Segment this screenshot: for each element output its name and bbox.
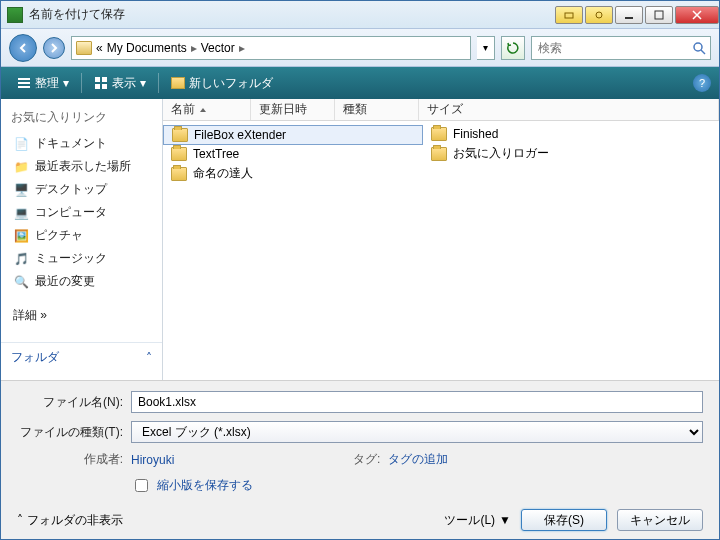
search-input[interactable] bbox=[536, 40, 692, 56]
sidebar-item-documents[interactable]: 📄ドキュメント bbox=[1, 132, 162, 155]
author-value[interactable]: Hiroyuki bbox=[131, 453, 174, 467]
recent-icon: 📁 bbox=[13, 159, 29, 175]
filename-row: ファイル名(N): bbox=[17, 391, 703, 413]
help-button[interactable]: ? bbox=[693, 74, 711, 92]
svg-rect-0 bbox=[565, 13, 573, 18]
svg-rect-2 bbox=[625, 17, 633, 19]
sidebar-item-pictures[interactable]: 🖼️ピクチャ bbox=[1, 224, 162, 247]
excel-app-icon bbox=[7, 7, 23, 23]
pictures-icon: 🖼️ bbox=[13, 228, 29, 244]
thumbnail-label[interactable]: 縮小版を保存する bbox=[157, 477, 253, 494]
organize-button[interactable]: 整理 ▾ bbox=[9, 73, 77, 94]
folder-icon bbox=[431, 147, 447, 161]
chevron-down-icon: ▾ bbox=[63, 76, 69, 90]
chevron-right-icon: ▸ bbox=[239, 41, 245, 55]
sidebar-details[interactable]: 詳細 » bbox=[1, 303, 162, 328]
cancel-button[interactable]: キャンセル bbox=[617, 509, 703, 531]
folder-icon bbox=[76, 41, 92, 55]
dialog-body: お気に入りリンク 📄ドキュメント 📁最近表示した場所 🖥️デスクトップ 💻コンピ… bbox=[1, 99, 719, 380]
svg-rect-5 bbox=[18, 78, 30, 80]
svg-rect-11 bbox=[102, 84, 107, 89]
filetype-row: ファイルの種類(T): Excel ブック (*.xlsx) bbox=[17, 421, 703, 443]
svg-rect-10 bbox=[95, 84, 100, 89]
svg-rect-6 bbox=[18, 82, 30, 84]
author-label: 作成者: bbox=[63, 451, 123, 468]
toolbar: 整理 ▾ 表示 ▾ 新しいフォルダ ? bbox=[1, 67, 719, 99]
breadcrumb-dropdown[interactable]: ▾ bbox=[477, 36, 495, 60]
metadata-row: 作成者: Hiroyuki タグ: タグの追加 bbox=[17, 451, 703, 468]
file-item[interactable]: Finished bbox=[423, 125, 683, 143]
sidebar-item-desktop[interactable]: 🖥️デスクトップ bbox=[1, 178, 162, 201]
new-folder-button[interactable]: 新しいフォルダ bbox=[163, 73, 281, 94]
column-headers: 名前 更新日時 種類 サイズ bbox=[163, 99, 719, 121]
sidebar-item-music[interactable]: 🎵ミュージック bbox=[1, 247, 162, 270]
folder-icon bbox=[171, 147, 187, 161]
bottom-panel: ファイル名(N): ファイルの種類(T): Excel ブック (*.xlsx)… bbox=[1, 380, 719, 539]
file-item[interactable]: 命名の達人 bbox=[163, 163, 423, 184]
titlebar-ext-button-1[interactable] bbox=[555, 6, 583, 24]
chevron-up-icon: ˄ bbox=[146, 351, 152, 365]
button-row: ˄ フォルダの非表示 ツール(L) ▼ 保存(S) キャンセル bbox=[17, 503, 703, 531]
close-button[interactable] bbox=[675, 6, 719, 24]
minimize-button[interactable] bbox=[615, 6, 643, 24]
folder-icon bbox=[171, 167, 187, 181]
file-area: 名前 更新日時 種類 サイズ FileBox eXtender TextTree… bbox=[163, 99, 719, 380]
thumbnail-checkbox[interactable] bbox=[135, 479, 148, 492]
svg-point-4 bbox=[694, 43, 702, 51]
file-item[interactable]: TextTree bbox=[163, 145, 423, 163]
column-type[interactable]: 種類 bbox=[335, 99, 419, 120]
file-list: FileBox eXtender TextTree 命名の達人 Finished… bbox=[163, 121, 719, 380]
file-item[interactable]: FileBox eXtender bbox=[163, 125, 423, 145]
sidebar-item-recent[interactable]: 📁最近表示した場所 bbox=[1, 155, 162, 178]
chevron-up-icon: ˄ bbox=[17, 513, 23, 527]
window-title: 名前を付けて保存 bbox=[29, 6, 553, 23]
refresh-button[interactable] bbox=[501, 36, 525, 60]
view-button[interactable]: 表示 ▾ bbox=[86, 73, 154, 94]
titlebar: 名前を付けて保存 bbox=[1, 1, 719, 29]
sidebar-item-recent-changes[interactable]: 🔍最近の変更 bbox=[1, 270, 162, 293]
column-date[interactable]: 更新日時 bbox=[251, 99, 335, 120]
filetype-select[interactable]: Excel ブック (*.xlsx) bbox=[131, 421, 703, 443]
folder-icon bbox=[172, 128, 188, 142]
organize-icon bbox=[17, 76, 31, 90]
column-size[interactable]: サイズ bbox=[419, 99, 719, 120]
hide-folders-toggle[interactable]: ˄ フォルダの非表示 bbox=[17, 512, 123, 529]
save-button[interactable]: 保存(S) bbox=[521, 509, 607, 531]
titlebar-controls bbox=[553, 6, 719, 24]
file-item[interactable]: お気に入りロガー bbox=[423, 143, 683, 164]
breadcrumb[interactable]: « My Documents ▸ Vector ▸ bbox=[71, 36, 471, 60]
filename-input[interactable] bbox=[131, 391, 703, 413]
maximize-button[interactable] bbox=[645, 6, 673, 24]
column-name[interactable]: 名前 bbox=[163, 99, 251, 120]
tag-label: タグ: bbox=[350, 451, 380, 468]
desktop-icon: 🖥️ bbox=[13, 182, 29, 198]
tag-value[interactable]: タグの追加 bbox=[388, 451, 448, 468]
music-icon: 🎵 bbox=[13, 251, 29, 267]
sort-asc-icon bbox=[199, 106, 207, 114]
sidebar-item-computer[interactable]: 💻コンピュータ bbox=[1, 201, 162, 224]
svg-point-1 bbox=[596, 12, 602, 18]
breadcrumb-prefix: « bbox=[96, 41, 103, 55]
chevron-down-icon: ▼ bbox=[499, 513, 511, 527]
tools-dropdown[interactable]: ツール(L) ▼ bbox=[444, 512, 511, 529]
titlebar-ext-button-2[interactable] bbox=[585, 6, 613, 24]
folder-icon bbox=[171, 77, 185, 89]
sidebar-heading: お気に入りリンク bbox=[1, 107, 162, 132]
filetype-label: ファイルの種類(T): bbox=[17, 424, 123, 441]
save-as-dialog: 名前を付けて保存 « My Documents ▸ Vector ▸ ▾ bbox=[0, 0, 720, 540]
nav-row: « My Documents ▸ Vector ▸ ▾ bbox=[1, 29, 719, 67]
document-icon: 📄 bbox=[13, 136, 29, 152]
back-button[interactable] bbox=[9, 34, 37, 62]
svg-rect-9 bbox=[102, 77, 107, 82]
breadcrumb-part[interactable]: My Documents bbox=[107, 41, 187, 55]
search-icon bbox=[692, 41, 706, 55]
thumbnail-row: 縮小版を保存する bbox=[17, 476, 703, 495]
folder-icon bbox=[431, 127, 447, 141]
sidebar-folders-toggle[interactable]: フォルダ ˄ bbox=[1, 342, 162, 372]
search-box[interactable] bbox=[531, 36, 711, 60]
breadcrumb-part[interactable]: Vector bbox=[201, 41, 235, 55]
svg-rect-8 bbox=[95, 77, 100, 82]
sidebar: お気に入りリンク 📄ドキュメント 📁最近表示した場所 🖥️デスクトップ 💻コンピ… bbox=[1, 99, 163, 380]
computer-icon: 💻 bbox=[13, 205, 29, 221]
forward-button[interactable] bbox=[43, 37, 65, 59]
